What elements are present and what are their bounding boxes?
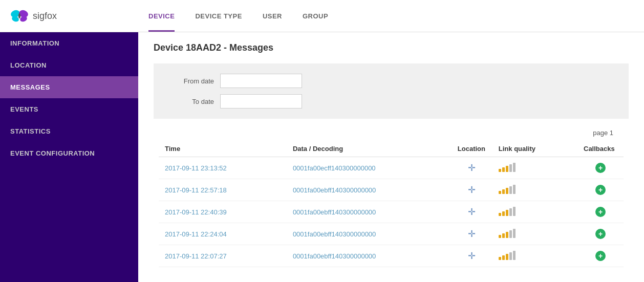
lq-bar — [509, 186, 512, 194]
lq-bar — [502, 233, 505, 238]
table-section: page 1 Time Data / Decoding Location Lin… — [154, 129, 629, 267]
col-callbacks: Callbacks — [577, 141, 624, 157]
link-quality-bars — [499, 185, 516, 194]
sidebar-item-statistics[interactable]: STATISTICS — [0, 120, 138, 142]
cell-time: 2017-09-11 22:07:27 — [159, 245, 287, 267]
link-quality-bars — [499, 163, 516, 172]
filter-section: From date To date — [154, 63, 629, 119]
location-icon: ✛ — [468, 229, 476, 239]
callback-success-icon: + — [595, 185, 606, 195]
main-nav: DEVICE DEVICE TYPE USER GROUP — [148, 0, 328, 32]
cell-time: 2017-09-11 22:57:18 — [159, 179, 287, 201]
lq-bar — [509, 208, 512, 216]
cell-time: 2017-09-11 22:40:39 — [159, 201, 287, 223]
col-location: Location — [452, 141, 492, 157]
lq-bar — [509, 230, 512, 238]
cell-location[interactable]: ✛ — [452, 201, 492, 223]
table-row: 2017-09-11 23:13:520001fa00ecff140300000… — [159, 157, 624, 179]
from-date-input[interactable] — [220, 74, 302, 88]
table-row: 2017-09-11 22:40:390001fa00ebff140300000… — [159, 201, 624, 223]
table-header-row: Time Data / Decoding Location Link quali… — [159, 141, 624, 157]
layout: INFORMATION LOCATION MESSAGES EVENTS STA… — [0, 32, 644, 282]
cell-location[interactable]: ✛ — [452, 223, 492, 245]
logo-icon — [10, 7, 29, 25]
cell-linkquality — [492, 223, 577, 245]
link-quality-bars — [499, 207, 516, 216]
lq-bar — [506, 232, 508, 238]
main-content: Device 18AAD2 - Messages From date To da… — [138, 32, 644, 282]
lq-bar — [499, 191, 501, 194]
callback-success-icon: + — [595, 229, 606, 239]
logo-text: sigfox — [33, 11, 57, 21]
cell-callbacks[interactable]: + — [577, 245, 624, 267]
cell-data: 0001fa00ebff140300000000 — [287, 201, 452, 223]
table-row: 2017-09-11 22:24:040001fa00ebff140300000… — [159, 223, 624, 245]
lq-bar — [513, 163, 516, 172]
cell-data: 0001fa00ebff140300000000 — [287, 179, 452, 201]
to-date-row: To date — [169, 94, 613, 109]
logo-area: sigfox — [10, 7, 148, 25]
lq-bar — [513, 251, 516, 260]
cell-data: 0001fa00ebff140300000000 — [287, 223, 452, 245]
lq-bar — [499, 213, 501, 216]
sidebar-item-information[interactable]: INFORMATION — [0, 32, 138, 54]
callback-success-icon: + — [595, 207, 606, 217]
cell-callbacks[interactable]: + — [577, 223, 624, 245]
lq-bar — [502, 211, 505, 216]
cell-time: 2017-09-11 22:24:04 — [159, 223, 287, 245]
nav-tab-group[interactable]: GROUP — [303, 0, 328, 32]
link-quality-bars — [499, 229, 516, 238]
lq-bar — [499, 235, 501, 238]
location-icon: ✛ — [468, 251, 476, 261]
lq-bar — [499, 257, 501, 260]
from-date-row: From date — [169, 74, 613, 88]
location-icon: ✛ — [468, 163, 476, 173]
to-date-label: To date — [169, 98, 220, 105]
cell-location[interactable]: ✛ — [452, 179, 492, 201]
lq-bar — [513, 185, 516, 194]
col-data: Data / Decoding — [287, 141, 452, 157]
callback-success-icon: + — [595, 251, 606, 261]
sidebar-item-messages[interactable]: MESSAGES — [0, 76, 138, 98]
lq-bar — [506, 210, 508, 216]
messages-table: Time Data / Decoding Location Link quali… — [159, 141, 624, 267]
sidebar-item-event-configuration[interactable]: EVENT CONFIGURATION — [0, 142, 138, 164]
location-icon: ✛ — [468, 207, 476, 217]
header: sigfox DEVICE DEVICE TYPE USER GROUP — [0, 0, 644, 32]
nav-tab-device[interactable]: DEVICE — [148, 0, 175, 32]
lq-bar — [502, 255, 505, 260]
lq-bar — [513, 207, 516, 216]
col-linkquality: Link quality — [492, 141, 577, 157]
sidebar-item-location[interactable]: LOCATION — [0, 54, 138, 76]
cell-linkquality — [492, 157, 577, 179]
nav-tab-device-type[interactable]: DEVICE TYPE — [195, 0, 242, 32]
cell-callbacks[interactable]: + — [577, 157, 624, 179]
cell-linkquality — [492, 245, 577, 267]
from-date-label: From date — [169, 77, 220, 85]
cell-location[interactable]: ✛ — [452, 157, 492, 179]
cell-location[interactable]: ✛ — [452, 245, 492, 267]
col-time: Time — [159, 141, 287, 157]
lq-bar — [502, 189, 505, 194]
to-date-input[interactable] — [220, 94, 302, 109]
lq-bar — [506, 254, 508, 260]
nav-tab-user[interactable]: USER — [263, 0, 282, 32]
lq-bar — [506, 166, 508, 172]
sidebar: INFORMATION LOCATION MESSAGES EVENTS STA… — [0, 32, 138, 282]
cell-linkquality — [492, 179, 577, 201]
link-quality-bars — [499, 251, 516, 260]
cell-callbacks[interactable]: + — [577, 201, 624, 223]
lq-bar — [506, 188, 508, 194]
lq-bar — [502, 167, 505, 172]
table-row: 2017-09-11 22:07:270001fa00ebff140300000… — [159, 245, 624, 267]
page-indicator: page 1 — [159, 129, 624, 137]
table-row: 2017-09-11 22:57:180001fa00ebff140300000… — [159, 179, 624, 201]
cell-linkquality — [492, 201, 577, 223]
sidebar-item-events[interactable]: EVENTS — [0, 98, 138, 120]
page-title: Device 18AAD2 - Messages — [154, 42, 629, 53]
callback-success-icon: + — [595, 163, 606, 173]
svg-point-4 — [18, 13, 20, 18]
cell-callbacks[interactable]: + — [577, 179, 624, 201]
cell-time: 2017-09-11 23:13:52 — [159, 157, 287, 179]
lq-bar — [499, 169, 501, 172]
